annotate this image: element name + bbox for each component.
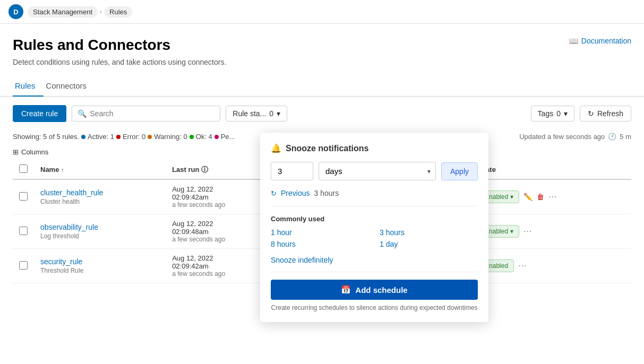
ok-dot bbox=[190, 135, 194, 139]
chevron-down-icon: ▾ bbox=[277, 109, 280, 118]
refresh-button[interactable]: ↻ Refresh bbox=[580, 106, 631, 122]
last-run-time: 02:09:42am bbox=[172, 262, 274, 270]
search-box: 🔍 bbox=[72, 106, 220, 122]
book-icon: 📖 bbox=[569, 37, 578, 45]
rule-desc: Cluster health bbox=[40, 198, 159, 205]
more-options-icon[interactable]: ··· bbox=[518, 261, 527, 271]
snooze-header: 🔔 Snooze notifications bbox=[271, 143, 478, 153]
active-dot bbox=[81, 135, 85, 139]
last-run-ago: a few seconds ago bbox=[172, 270, 274, 278]
search-icon: 🔍 bbox=[78, 109, 87, 118]
create-rule-button[interactable]: Create rule bbox=[13, 105, 66, 122]
delete-icon[interactable]: 🗑 bbox=[537, 193, 544, 201]
clock-icon: 🕐 bbox=[608, 133, 616, 141]
sort-icon[interactable]: ↑ bbox=[61, 167, 64, 173]
commonly-used-grid: 1 hour 3 hours 8 hours 1 day bbox=[271, 228, 478, 248]
breadcrumb-separator: › bbox=[100, 8, 102, 15]
warning-dot bbox=[148, 135, 152, 139]
more-options-icon[interactable]: ··· bbox=[523, 227, 532, 236]
last-run-time: 02:09:48am bbox=[172, 228, 274, 236]
snooze-input-row: minutes hours days weeks ▾ Apply bbox=[271, 162, 478, 180]
rule-name-link[interactable]: security_rule bbox=[40, 257, 159, 266]
add-schedule-button[interactable]: 📅 Add schedule bbox=[271, 280, 478, 283]
rule-desc: Threshold Rule bbox=[40, 267, 159, 274]
rule-status-filter[interactable]: Rule sta... 0 ▾ bbox=[226, 106, 287, 122]
snooze-bell-icon: 🔔 bbox=[271, 143, 281, 153]
page-title: Rules and Connectors bbox=[13, 37, 170, 54]
tags-filter[interactable]: Tags 0 ▾ bbox=[531, 106, 574, 122]
snooze-unit-select[interactable]: minutes hours days weeks bbox=[319, 162, 436, 180]
common-1hour[interactable]: 1 hour bbox=[271, 228, 369, 237]
more-options-icon[interactable]: ··· bbox=[548, 192, 557, 202]
snooze-popup: 🔔 Snooze notifications minutes hours day… bbox=[260, 133, 488, 283]
row-checkbox[interactable] bbox=[19, 261, 28, 270]
chevron-icon: ▾ bbox=[510, 228, 513, 235]
toolbar: Create rule 🔍 Rule sta... 0 ▾ Tags 0 ▾ ↻… bbox=[0, 97, 644, 131]
avatar: D bbox=[8, 4, 23, 19]
update-status: Updated a few seconds ago 🕐 5 m bbox=[519, 133, 631, 141]
tab-rules[interactable]: Rules bbox=[13, 77, 44, 97]
search-input[interactable] bbox=[90, 109, 214, 118]
breadcrumb-rules: Rules bbox=[104, 6, 132, 18]
last-run-date: Aug 12, 2022 bbox=[172, 185, 274, 193]
edit-icon[interactable]: ✏️ bbox=[523, 193, 533, 201]
rule-desc: Log threshold bbox=[40, 232, 159, 240]
select-all-checkbox[interactable] bbox=[19, 164, 28, 173]
previous-row: ↻ Previous 3 hours bbox=[271, 189, 478, 206]
state-actions: Enabled ▾ ··· bbox=[479, 225, 625, 238]
tabs: Rules Connectors bbox=[0, 66, 644, 97]
previous-link[interactable]: Previous bbox=[281, 189, 310, 197]
commonly-used-section: Commonly used 1 hour 3 hours 8 hours 1 d… bbox=[271, 215, 478, 248]
last-run-date: Aug 12, 2022 bbox=[172, 254, 274, 262]
col-name: Name ↑ bbox=[34, 160, 166, 179]
common-3hours[interactable]: 3 hours bbox=[380, 228, 478, 237]
tab-connectors[interactable]: Connectors bbox=[44, 77, 95, 97]
page-subtitle: Detect conditions using rules, and take … bbox=[0, 54, 644, 66]
pending-dot bbox=[214, 135, 219, 139]
breadcrumb: Stack Management › Rules bbox=[28, 6, 132, 18]
row-checkbox[interactable] bbox=[19, 192, 28, 201]
top-nav: D Stack Management › Rules bbox=[0, 0, 644, 24]
snooze-unit-wrapper: minutes hours days weeks ▾ bbox=[319, 162, 436, 180]
chevron-icon: ▾ bbox=[510, 193, 513, 201]
columns-button[interactable]: ⊞ Columns bbox=[13, 148, 48, 156]
refresh-icon: ↻ bbox=[588, 109, 594, 118]
chevron-down-icon-tags: ▾ bbox=[564, 109, 568, 118]
columns-icon: ⊞ bbox=[13, 148, 19, 156]
last-run-date: Aug 12, 2022 bbox=[172, 220, 274, 228]
row-checkbox[interactable] bbox=[19, 227, 28, 235]
apply-button[interactable]: Apply bbox=[441, 162, 478, 180]
last-run-ago: a few seconds ago bbox=[172, 201, 274, 209]
documentation-link[interactable]: 📖 Documentation bbox=[569, 37, 631, 45]
state-actions: Enabled ··· bbox=[479, 259, 625, 272]
breadcrumb-stack-management[interactable]: Stack Management bbox=[28, 6, 98, 18]
snooze-indefinitely-link[interactable]: Snooze indefinitely bbox=[271, 256, 478, 272]
info-icon: ⓘ bbox=[201, 166, 208, 174]
error-dot bbox=[116, 135, 121, 139]
common-1day[interactable]: 1 day bbox=[380, 240, 478, 248]
snooze-number-input[interactable] bbox=[271, 162, 313, 180]
last-run-ago: a few seconds ago bbox=[172, 236, 274, 243]
last-run-time: 02:09:42am bbox=[172, 193, 274, 201]
state-actions: Enabled ▾ ✏️ 🗑 ··· bbox=[479, 190, 625, 203]
rule-name-link[interactable]: cluster_health_rule bbox=[40, 188, 159, 197]
common-8hours[interactable]: 8 hours bbox=[271, 240, 369, 248]
refresh-icon-small: ↻ bbox=[271, 189, 277, 197]
col-state: State bbox=[473, 160, 631, 179]
rule-name-link[interactable]: observability_rule bbox=[40, 223, 159, 231]
page-header: Rules and Connectors 📖 Documentation bbox=[0, 24, 644, 54]
